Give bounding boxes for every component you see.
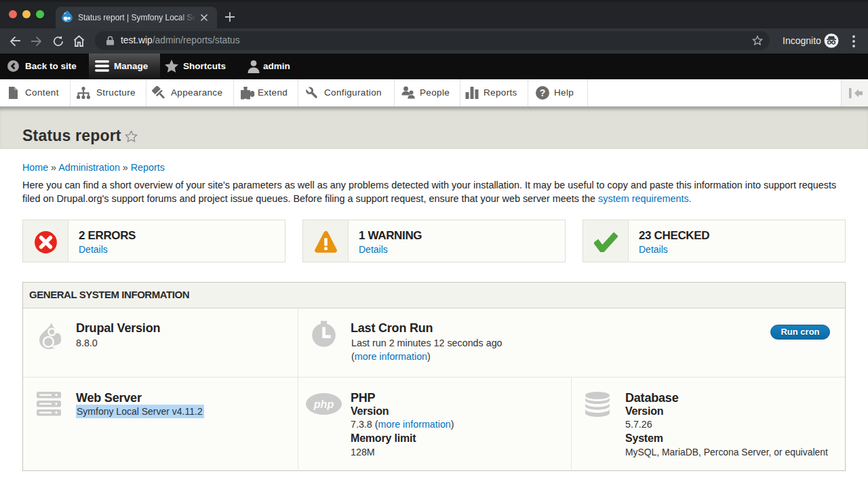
- svg-text:php: php: [313, 399, 334, 410]
- svg-text:?: ?: [540, 87, 546, 98]
